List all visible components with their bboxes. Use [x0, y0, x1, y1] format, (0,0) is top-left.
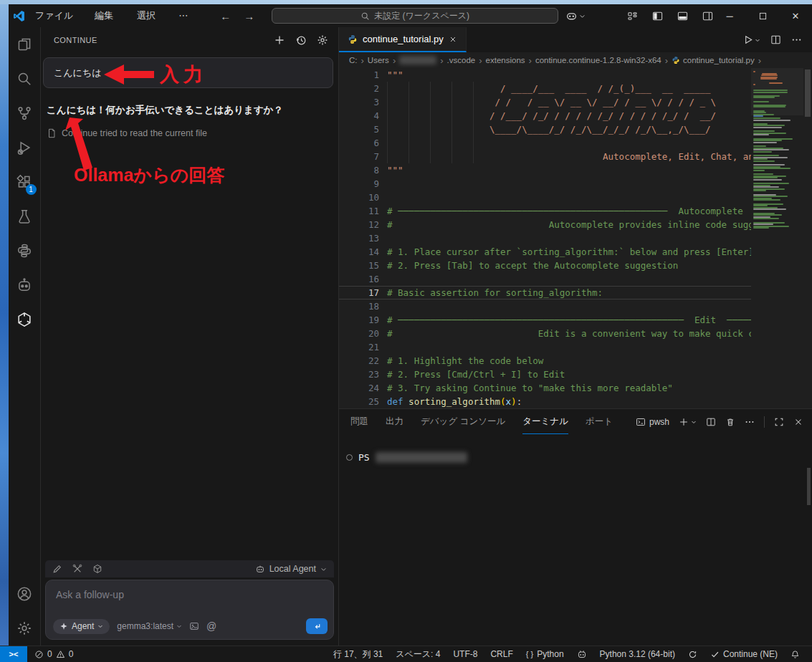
code-line-5[interactable]: 5 \____/\____/_/ /_/\__/_/_/ /_/\__,_/\_… — [339, 123, 751, 136]
breadcrumb-item[interactable]: Users — [368, 56, 389, 64]
panel-tab-デバッグ コンソール[interactable]: デバッグ コンソール — [421, 409, 505, 434]
edit-pencil-icon[interactable] — [52, 564, 62, 574]
toggle-primary-sidebar-icon[interactable] — [652, 11, 663, 21]
code-line-9[interactable]: 9 — [339, 177, 751, 191]
code-line-13[interactable]: 13 — [339, 231, 751, 245]
code-line-11[interactable]: 11# ────────────────────────────────────… — [339, 204, 751, 218]
status-item-robot-status-icon[interactable] — [573, 646, 591, 662]
code-line-6[interactable]: 6 — [339, 136, 751, 150]
more-icon[interactable] — [745, 417, 755, 427]
code-line-10[interactable]: 10 — [339, 191, 751, 204]
code-line-22[interactable]: 22# 1. Highlight the code below — [339, 354, 751, 368]
cube-icon[interactable] — [92, 564, 102, 574]
remote-indicator[interactable]: >< — [0, 646, 27, 662]
problems-status[interactable]: 0 0 — [34, 649, 73, 659]
more-actions-icon[interactable] — [791, 34, 802, 45]
code-editor[interactable]: 1"""2 / ____/___ ____ / /_(_)___ __ ____… — [339, 68, 751, 408]
code-line-17[interactable]: 17# Basic assertion for sorting_algorith… — [339, 286, 751, 299]
activity-item-settings[interactable] — [9, 611, 41, 646]
editor-scrollbar-thumb[interactable] — [805, 69, 811, 117]
code-line-15[interactable]: 15# 2. Press [Tab] to accept the Autocom… — [339, 259, 751, 272]
copilot-button[interactable] — [565, 10, 586, 22]
split-editor-icon[interactable] — [770, 34, 781, 45]
code-line-25[interactable]: 25def sorting_algorithm(x): — [339, 395, 751, 408]
status-item-python-3-12-64-bit-[interactable]: Python 3.12 (64-bit) — [596, 646, 679, 662]
mode-selector[interactable]: Agent — [53, 619, 110, 634]
history-icon[interactable] — [295, 34, 307, 46]
code-line-21[interactable]: 21 — [339, 340, 751, 354]
command-center[interactable]: 未設定 (ワークスペース) — [272, 8, 558, 24]
terminal-prompt-line[interactable]: PS — [346, 452, 467, 463]
composer-input[interactable]: Ask a follow-up Agent gemma3:latest @ — [45, 580, 334, 640]
split-terminal-icon[interactable] — [706, 417, 716, 427]
tab-continue-tutorial[interactable]: continue_tutorial.py — [339, 27, 467, 52]
status-item-python[interactable]: { }Python — [522, 646, 568, 662]
tool-notice-row[interactable]: Continue tried to read the current file — [47, 128, 331, 138]
activity-item-testing[interactable] — [9, 199, 41, 234]
menu-selection[interactable]: 選択(S) — [130, 8, 172, 24]
tools-icon[interactable] — [72, 564, 82, 574]
close-tab-icon[interactable] — [449, 35, 457, 44]
activity-item-extensions[interactable]: 1 — [9, 165, 41, 199]
panel-tab-ポート[interactable]: ポート — [586, 409, 613, 434]
agent-selector[interactable]: Local Agent — [255, 564, 327, 574]
code-line-3[interactable]: 3 / / / __ \/ __ \/ __/ / __ \/ / / / _ … — [339, 95, 751, 109]
code-line-4[interactable]: 4 / /___/ /_/ / / / / /_/ / / / / /_/ / … — [339, 109, 751, 123]
menu-file[interactable]: ファイル(F) — [29, 8, 88, 24]
status-item-crlf[interactable]: CRLF — [487, 646, 516, 662]
activity-item-source-control[interactable] — [9, 96, 41, 130]
code-line-7[interactable]: 7 Autocomplete, Edit, Chat, and Agent — [339, 150, 751, 163]
close-button[interactable]: ✕ — [779, 4, 812, 27]
breadcrumb-item[interactable]: extensions — [486, 56, 525, 64]
maximize-panel-icon[interactable] — [774, 417, 784, 427]
menu-edit[interactable]: 編集(E) — [88, 8, 130, 24]
new-session-icon[interactable] — [274, 34, 285, 46]
breadcrumb-item[interactable] — [399, 56, 436, 64]
activity-item-continue[interactable] — [9, 302, 41, 337]
code-line-20[interactable]: 20# Edit is a convenient way to make qui… — [339, 327, 751, 340]
code-line-2[interactable]: 2 / ____/___ ____ / /_(_)___ __ _____ — [339, 82, 751, 95]
code-line-18[interactable]: 18 — [339, 299, 751, 313]
toggle-panel-icon[interactable] — [677, 11, 688, 21]
new-terminal-button[interactable] — [679, 417, 697, 427]
breadcrumb-item[interactable]: continue_tutorial.py — [672, 56, 755, 64]
code-line-16[interactable]: 16 — [339, 272, 751, 286]
status-item--17-31[interactable]: 行 17、列 31 — [330, 646, 386, 662]
run-button[interactable] — [742, 34, 760, 45]
activity-item-search[interactable] — [9, 62, 41, 96]
activity-item-run-debug[interactable] — [9, 130, 41, 165]
minimize-button[interactable]: ─ — [713, 4, 746, 27]
maximize-button[interactable] — [746, 4, 779, 27]
kill-terminal-icon[interactable] — [725, 417, 735, 427]
code-line-24[interactable]: 24# 3. Try asking Continue to "make this… — [339, 381, 751, 395]
status-item-bell-icon[interactable] — [787, 646, 803, 662]
panel-scrollbar-thumb[interactable] — [807, 468, 811, 505]
code-line-12[interactable]: 12# Autocomplete provides inline code su… — [339, 218, 751, 231]
breadcrumb-item[interactable]: continue.continue-1.2.8-win32-x64 — [535, 56, 661, 64]
close-panel-icon[interactable] — [793, 417, 803, 427]
activity-item-account[interactable] — [9, 577, 41, 611]
send-button[interactable] — [306, 618, 328, 634]
shell-selector[interactable]: pwsh — [636, 417, 669, 427]
status-item--4[interactable]: スペース: 4 — [392, 646, 444, 662]
editor-scrollbar[interactable] — [803, 68, 812, 408]
code-line-14[interactable]: 14# 1. Place cursor after `sorting_algor… — [339, 245, 751, 259]
minimap[interactable] — [751, 68, 803, 408]
gear-icon[interactable] — [317, 34, 328, 46]
activity-item-robot[interactable] — [9, 268, 41, 302]
code-line-23[interactable]: 23# 2. Press [Cmd/Ctrl + I] to Edit — [339, 368, 751, 381]
status-item-env-swirl-icon[interactable] — [684, 646, 701, 662]
mention-icon[interactable]: @ — [206, 620, 216, 632]
panel-tab-ターミナル[interactable]: ターミナル — [522, 409, 568, 434]
nav-back-icon[interactable]: ← — [220, 10, 231, 22]
image-icon[interactable] — [189, 621, 199, 631]
panel-tab-問題[interactable]: 問題 — [350, 409, 368, 434]
breadcrumb-item[interactable]: .vscode — [447, 56, 476, 64]
code-line-8[interactable]: 8""" — [339, 163, 751, 177]
status-item-continue-ne-[interactable]: Continue (NE) — [707, 646, 781, 662]
menu-more[interactable]: ⋯ — [172, 8, 194, 24]
nav-forward-icon[interactable]: → — [244, 10, 254, 22]
activity-item-python[interactable] — [9, 234, 41, 268]
customize-layout-icon[interactable] — [627, 11, 638, 21]
status-item-utf-8[interactable]: UTF-8 — [449, 646, 481, 662]
